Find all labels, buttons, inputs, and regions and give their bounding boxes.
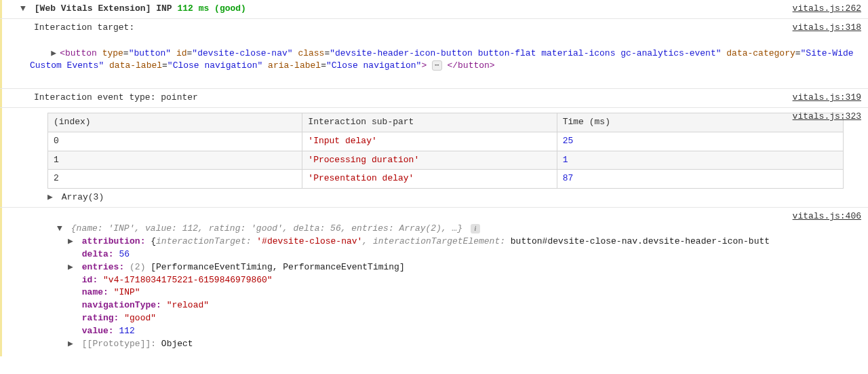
chevron-right-icon[interactable]: ▶: [47, 191, 54, 204]
prop-rating: rating: "good": [20, 312, 864, 325]
th-subpart: Interaction sub-part: [302, 113, 557, 132]
source-link[interactable]: vitals.js:406: [793, 210, 861, 223]
console-row-table: vitals.js:323 (index) Interaction sub-pa…: [0, 108, 868, 208]
chevron-right-icon[interactable]: ▶: [68, 236, 75, 248]
array-summary[interactable]: Array(3): [62, 192, 104, 202]
ellipsis-icon[interactable]: ⋯: [432, 60, 442, 71]
table-row: 1 'Processing duration' 1: [48, 151, 844, 170]
metric-name: INP: [156, 3, 172, 14]
chevron-right-icon[interactable]: ▶: [68, 261, 75, 274]
chevron-right-icon[interactable]: ▶: [68, 338, 75, 351]
console-row-header: ▼ [Web Vitals Extension] INP 112 ms (goo…: [0, 0, 868, 19]
prop-navigation-type: navigationType: "reload": [20, 299, 864, 312]
prop-attribution[interactable]: ▶ attribution: {interactionTarget: '#dev…: [20, 236, 864, 248]
source-link[interactable]: vitals.js:319: [793, 92, 861, 105]
prop-value: value: 112: [20, 325, 864, 338]
console-row-event-type: Interaction event type: pointer vitals.j…: [0, 89, 868, 108]
source-link[interactable]: vitals.js:318: [793, 22, 861, 35]
prop-name: name: "INP": [20, 286, 864, 299]
log-prefix: [Web Vitals Extension]: [35, 3, 151, 14]
table-row: 2 'Presentation delay' 87: [48, 170, 844, 189]
prop-delta: delta: 56: [20, 248, 864, 261]
th-index: (index): [48, 113, 302, 132]
source-link[interactable]: vitals.js:323: [793, 111, 861, 124]
metric-rating: (good): [214, 3, 246, 14]
prop-entries[interactable]: ▶ entries: (2) [PerformanceEventTiming, …: [20, 261, 864, 274]
object-summary[interactable]: {name: 'INP', value: 112, rating: 'good'…: [71, 223, 462, 233]
breakdown-table: (index) Interaction sub-part Time (ms) 0…: [47, 113, 844, 189]
target-label: Interaction target:: [34, 22, 864, 35]
chevron-right-icon[interactable]: ▶: [51, 48, 58, 60]
prop-prototype[interactable]: ▶ [[Prototype]]: Object: [20, 338, 864, 351]
source-link[interactable]: vitals.js:262: [793, 3, 861, 16]
chevron-down-icon[interactable]: ▼: [57, 223, 64, 236]
target-element[interactable]: ▶<button type="button" id="devsite-close…: [30, 35, 864, 86]
console-row-object: vitals.js:406 ▼ {name: 'INP', value: 112…: [0, 208, 868, 356]
console-row-target: Interaction target: vitals.js:318 ▶<butt…: [0, 19, 868, 89]
prop-id: id: "v4-1718034175221-6159846979860": [20, 274, 864, 287]
event-type-text: Interaction event type: pointer: [34, 92, 198, 102]
chevron-down-icon[interactable]: ▼: [20, 3, 27, 16]
table-row: 0 'Input delay' 25: [48, 132, 844, 151]
metric-value: 112 ms: [177, 3, 209, 14]
info-icon[interactable]: i: [471, 224, 480, 233]
